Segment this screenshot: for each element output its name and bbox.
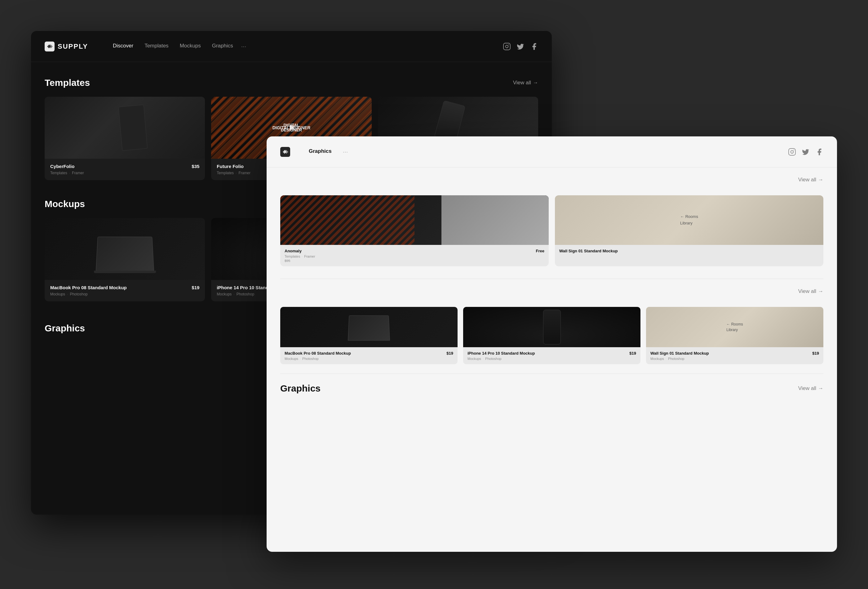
card-img-iphone-light [463, 307, 641, 347]
card-price-cyberfolio: $35 [192, 164, 199, 169]
card-tags-cyberfolio: Templates · Framer [50, 171, 199, 175]
templates-view-all-light-row: View all → [280, 177, 823, 183]
instagram-icon-light[interactable] [788, 148, 796, 156]
nav-more-dark[interactable]: ··· [241, 43, 247, 50]
partial-cards-light: Anomaly Free Templates · Framer $95 [280, 195, 823, 266]
nav-social-light [788, 148, 823, 156]
svg-point-3 [508, 44, 509, 45]
light-window: Graphics ··· [267, 136, 837, 552]
card-name-futurefolio: Future Folio [217, 164, 244, 169]
card-info-macbook-light: MacBook Pro 08 Standard Mockup $19 Mocku… [280, 347, 458, 364]
card-name-cyberfolio: CyberFolio [50, 164, 74, 169]
card-info-anomaly-light: Anomaly Free Templates · Framer $95 [280, 245, 549, 266]
card-price-wallsign2-light: $19 [812, 351, 819, 356]
scene: SUPPLY Discover Templates Mockups Graphi… [31, 31, 837, 558]
card-name-macbook: MacBook Pro 08 Standard Mockup [50, 285, 127, 290]
nav-mockups[interactable]: Mockups [180, 43, 201, 50]
card-img-macbook [45, 218, 205, 280]
card-price-macbook-light: $19 [446, 351, 453, 356]
card-tags-anomaly-light: Templates · Framer [285, 254, 544, 258]
section-divider-1-light [280, 279, 823, 279]
templates-header-dark: Templates View all → [45, 78, 538, 88]
card-img-macbook-light [280, 307, 458, 347]
nav-links-dark: Discover Templates Mockups Graphics ··· [113, 43, 503, 50]
card-anomaly-light[interactable]: Anomaly Free Templates · Framer $95 [280, 195, 549, 266]
nav-more-light[interactable]: ··· [343, 148, 348, 155]
card-price-anomaly-light: Free [536, 249, 544, 253]
light-content: View all → [267, 167, 837, 403]
card-tags-wallsign2-light: Mockups · Photoshop [650, 357, 819, 360]
card-price-macbook: $19 [192, 285, 199, 290]
templates-view-all-dark[interactable]: View all → [513, 80, 538, 86]
mockups-title-dark: Mockups [45, 199, 85, 209]
logo-dark[interactable]: SUPPLY [45, 41, 88, 52]
card-info-wallsign2-light: Wall Sign 01 Standard Mockup $19 Mockups… [646, 347, 823, 364]
svg-point-2 [506, 45, 508, 48]
facebook-icon-dark[interactable] [530, 43, 538, 50]
mockups-view-all-light-row: View all → [280, 288, 823, 294]
nav-social-dark [503, 43, 538, 50]
nav-dark: SUPPLY Discover Templates Mockups Graphi… [31, 31, 552, 62]
graphics-title-dark: Graphics [45, 323, 85, 334]
card-img-wallsign-light-partial [555, 195, 823, 245]
templates-title-dark: Templates [45, 78, 90, 88]
card-name-iphone-light: iPhone 14 Pro 10 Standard Mockup [468, 351, 535, 356]
graphics-title-light: Graphics [280, 383, 320, 394]
card-tags-iphone-light: Mockups · Photoshop [468, 357, 636, 360]
nav-templates[interactable]: Templates [145, 43, 168, 50]
card-info-wallsign-light-partial: Wall Sign 01 Standard Mockup [555, 245, 823, 258]
card-macbook[interactable]: MacBook Pro 08 Standard Mockup $19 Mocku… [45, 218, 205, 301]
card-info-macbook: MacBook Pro 08 Standard Mockup $19 Mocku… [45, 280, 205, 301]
graphics-section-header-light: Graphics View all → [280, 383, 823, 394]
twitter-icon-light[interactable] [802, 148, 810, 156]
card-tags-macbook: Mockups · Photoshop [50, 292, 199, 296]
nav-light: Graphics ··· [267, 136, 837, 167]
card-tags-macbook-light: Mockups · Photoshop [285, 357, 453, 360]
nav-links-light: Graphics ··· [309, 148, 788, 155]
instagram-icon-dark[interactable] [503, 43, 511, 50]
nav-graphics[interactable]: Graphics [212, 43, 233, 50]
card-name-wallsign2-light: Wall Sign 01 Standard Mockup [650, 351, 709, 356]
graphics-view-all-light[interactable]: View all → [798, 385, 823, 391]
futurefolio-text: DIGITALDESIGNER [281, 123, 302, 132]
svg-rect-5 [789, 149, 796, 155]
logo-light[interactable] [280, 147, 290, 157]
card-info-iphone-light: iPhone 14 Pro 10 Standard Mockup $19 Moc… [463, 347, 641, 364]
svg-rect-1 [503, 43, 510, 50]
card-price-iphone-light: $19 [629, 351, 636, 356]
card-macbook-light[interactable]: MacBook Pro 08 Standard Mockup $19 Mocku… [280, 307, 458, 364]
mockups-view-all-light[interactable]: View all → [798, 288, 823, 294]
nav-discover[interactable]: Discover [113, 43, 133, 50]
card-cyberfolio[interactable]: CyberFolio $35 Templates · Framer [45, 97, 205, 180]
logo-text-dark: SUPPLY [58, 43, 88, 50]
card-name-macbook-light: MacBook Pro 08 Standard Mockup [285, 351, 351, 356]
nav-graphics-light[interactable]: Graphics [309, 148, 332, 155]
twitter-icon-dark[interactable] [517, 43, 524, 50]
card-iphone-light[interactable]: iPhone 14 Pro 10 Standard Mockup $19 Moc… [463, 307, 641, 364]
mockups-grid-light: MacBook Pro 08 Standard Mockup $19 Mocku… [280, 307, 823, 364]
facebook-icon-light[interactable] [815, 148, 823, 156]
card-img-cyberfolio [45, 97, 205, 159]
card-name-anomaly-light: Anomaly [285, 249, 302, 253]
card-wallsign-light-partial[interactable]: Wall Sign 01 Standard Mockup [555, 195, 823, 266]
section-divider-2-light [280, 373, 823, 374]
card-price-original-anomaly-light: $95 [285, 259, 544, 263]
svg-point-6 [791, 151, 794, 153]
card-info-cyberfolio: CyberFolio $35 Templates · Framer [45, 159, 205, 180]
svg-point-7 [794, 149, 794, 150]
card-wallsign2-light[interactable]: Wall Sign 01 Standard Mockup $19 Mockups… [646, 307, 823, 364]
card-name-wallsign-lp: Wall Sign 01 Standard Mockup [559, 249, 618, 253]
card-img-wallsign2-light [646, 307, 823, 347]
templates-view-all-light[interactable]: View all → [798, 177, 823, 183]
